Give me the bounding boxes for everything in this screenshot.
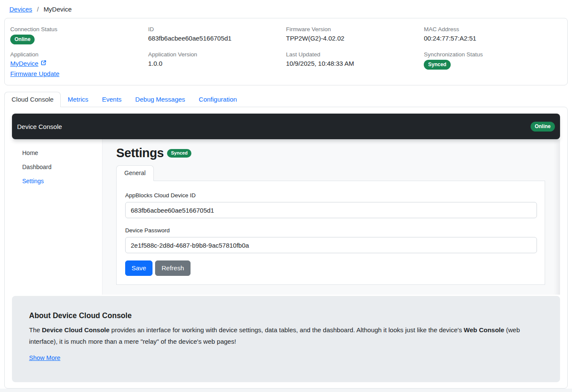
sidebar-item-settings[interactable]: Settings	[12, 175, 102, 187]
form-buttons: Save Refresh	[125, 260, 536, 276]
tab-debug-messages[interactable]: Debug Messages	[129, 92, 192, 107]
device-id-label: ID	[148, 26, 286, 32]
about-title: About Device Cloud Console	[29, 311, 543, 320]
application-link[interactable]: MyDevice	[10, 60, 47, 67]
device-id-value: 683fb6acbee60ae5166705d1	[148, 35, 286, 42]
application-link-text: MyDevice	[10, 60, 38, 67]
application-version-value: 1.0.0	[148, 60, 286, 67]
sidebar-item-home[interactable]: Home	[12, 147, 102, 159]
tab-configuration[interactable]: Configuration	[192, 92, 243, 107]
settings-page-title: Settings	[116, 146, 164, 160]
connection-status-field: Connection Status Online	[10, 26, 148, 44]
cloud-device-id-label: AppBlocks Cloud Device ID	[125, 192, 536, 199]
firmware-version-field: Firmware Version TPP2W(G2)-4.02.02	[286, 26, 424, 44]
last-updated-label: Last Updated	[286, 51, 424, 58]
settings-synced-badge: Synced	[167, 149, 191, 158]
breadcrumb-devices-link[interactable]: Devices	[9, 6, 32, 13]
application-field: Application MyDevice Firmware Update	[10, 51, 148, 77]
mac-address-field: MAC Address 00:24:77:57:A2:51	[424, 26, 562, 44]
about-description: The Device Cloud Console provides an int…	[29, 325, 543, 347]
device-id-field: ID 683fb6acbee60ae5166705d1	[148, 26, 286, 44]
connection-status-label: Connection Status	[10, 26, 148, 32]
console-sidebar: Home Dashboard Settings	[12, 139, 103, 295]
about-section: About Device Cloud Console The Device Cl…	[12, 296, 560, 382]
device-info-card: Connection Status Online ID 683fb6acbee6…	[4, 18, 568, 85]
device-password-input[interactable]	[125, 237, 537, 253]
application-label: Application	[10, 51, 148, 58]
last-updated-value: 10/9/2025, 10:48:33 AM	[286, 60, 424, 67]
console-content: Settings Synced General AppBlocks Cloud …	[103, 139, 560, 295]
settings-header: Settings Synced	[116, 146, 560, 160]
save-button[interactable]: Save	[125, 260, 153, 276]
tab-general[interactable]: General	[116, 165, 154, 181]
cloud-device-id-input[interactable]	[125, 202, 537, 218]
device-tabs: Cloud Console Metrics Events Debug Messa…	[4, 92, 568, 107]
console-status-badge: Online	[531, 122, 555, 132]
about-text-2: provides an interface for working with d…	[109, 326, 463, 333]
console-title: Device Console	[17, 123, 62, 130]
breadcrumb-current: MyDevice	[44, 6, 72, 13]
tab-metrics[interactable]: Metrics	[61, 92, 95, 107]
mac-address-value: 00:24:77:57:A2:51	[424, 35, 562, 42]
firmware-version-label: Firmware Version	[286, 26, 424, 32]
synchronization-status-field: Synchronization Status Synced	[424, 51, 562, 77]
page-bottom-strip	[0, 389, 572, 392]
console-body: Home Dashboard Settings Settings Synced …	[12, 139, 560, 295]
firmware-update-link[interactable]: Firmware Update	[10, 70, 59, 77]
application-version-label: Application Version	[148, 51, 286, 58]
console-header: Device Console Online	[12, 114, 560, 139]
tab-cloud-console[interactable]: Cloud Console	[4, 92, 61, 107]
about-bold-1: Device Cloud Console	[42, 326, 109, 333]
synchronization-status-badge: Synced	[424, 60, 451, 70]
device-info-grid: Connection Status Online ID 683fb6acbee6…	[10, 26, 562, 77]
about-text-1: The	[29, 326, 42, 333]
refresh-button[interactable]: Refresh	[155, 260, 191, 276]
connection-status-badge: Online	[10, 35, 35, 44]
tab-events[interactable]: Events	[95, 92, 129, 107]
sidebar-item-dashboard[interactable]: Dashboard	[12, 161, 102, 173]
settings-form-card: AppBlocks Cloud Device ID Device Passwor…	[116, 181, 545, 285]
external-link-icon	[41, 60, 47, 67]
firmware-version-value: TPP2W(G2)-4.02.02	[286, 35, 424, 42]
last-updated-field: Last Updated 10/9/2025, 10:48:33 AM	[286, 51, 424, 77]
breadcrumb-separator: /	[37, 6, 39, 13]
application-version-field: Application Version 1.0.0	[148, 51, 286, 77]
mac-address-label: MAC Address	[424, 26, 562, 32]
breadcrumb: Devices / MyDevice	[0, 0, 572, 18]
show-more-link[interactable]: Show More	[29, 354, 60, 361]
cloud-console-panel: Device Console Online Home Dashboard Set…	[4, 107, 568, 389]
synchronization-status-label: Synchronization Status	[424, 51, 562, 58]
about-bold-2: Web Console	[464, 326, 505, 333]
device-password-label: Device Password	[125, 227, 536, 234]
